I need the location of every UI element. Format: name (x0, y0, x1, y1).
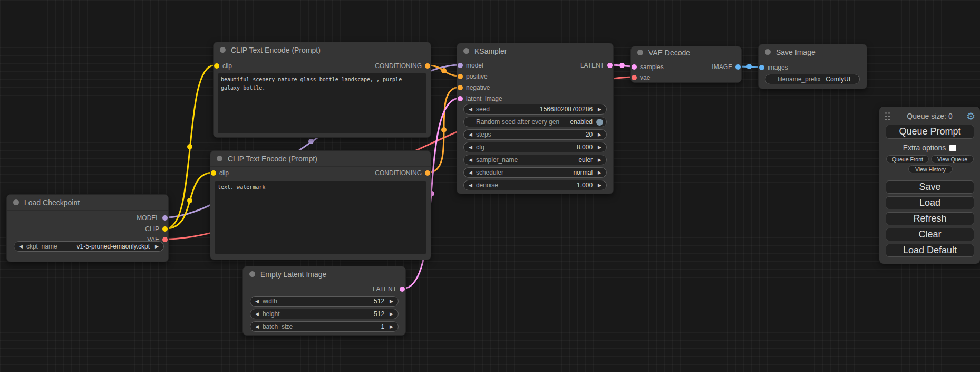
increment-arrow-icon[interactable]: ▶ (598, 132, 601, 137)
seed-widget[interactable]: ◀ seed 156680208700286 ▶ (463, 104, 607, 115)
widget-label: cfg (476, 144, 484, 151)
widget-label: ckpt_name (26, 243, 57, 250)
view-queue-button[interactable]: View Queue (931, 155, 974, 163)
decrement-arrow-icon[interactable]: ◀ (255, 324, 259, 329)
collapse-dot-icon[interactable] (463, 48, 469, 54)
widget-value: 20 (586, 131, 593, 138)
clip-output-label: CLIP (145, 225, 159, 233)
load-button[interactable]: Load (886, 196, 974, 209)
decrement-arrow-icon[interactable]: ◀ (469, 170, 472, 175)
node-title-bar[interactable]: CLIP Text Encode (Prompt) (214, 42, 431, 58)
prompt-textarea[interactable]: text, watermark (215, 181, 426, 254)
collapse-dot-icon[interactable] (220, 47, 226, 53)
node-save-image[interactable]: Save Image images filename_prefix ComfyU… (758, 44, 867, 89)
increment-arrow-icon[interactable]: ▶ (155, 244, 159, 249)
decrement-arrow-icon[interactable]: ◀ (255, 299, 259, 304)
increment-arrow-icon[interactable]: ▶ (390, 299, 393, 304)
images-input-label: images (768, 64, 788, 71)
clip-input-port[interactable] (214, 63, 219, 69)
node-ksampler[interactable]: KSampler model positive negative latent_… (457, 43, 614, 194)
increment-arrow-icon[interactable]: ▶ (598, 157, 601, 163)
clear-button[interactable]: Clear (886, 228, 974, 241)
increment-arrow-icon[interactable]: ▶ (390, 311, 393, 317)
height-widget[interactable]: ◀ height 512 ▶ (250, 309, 399, 319)
latent-image-input-label: latent_image (466, 95, 502, 102)
node-clip-text-encode-positive[interactable]: CLIP Text Encode (Prompt) clip CONDITION… (213, 42, 431, 138)
collapse-dot-icon[interactable] (249, 271, 255, 277)
collapse-dot-icon[interactable] (13, 199, 19, 205)
scheduler-widget[interactable]: ◀ scheduler normal ▶ (463, 167, 607, 178)
clip-input-label: clip (222, 62, 232, 70)
batch-size-widget[interactable]: ◀ batch_size 1 ▶ (250, 321, 399, 332)
decrement-arrow-icon[interactable]: ◀ (469, 132, 472, 137)
decrement-arrow-icon[interactable]: ◀ (469, 183, 472, 188)
clip-input-port[interactable] (211, 170, 216, 176)
positive-input-port[interactable] (458, 74, 463, 79)
node-graph-canvas[interactable]: Load Checkpoint MODEL CLIP VAE ◀ ckpt_na… (0, 0, 980, 372)
sampler-name-widget[interactable]: ◀ sampler_name euler ▶ (463, 155, 607, 165)
node-vae-decode[interactable]: VAE Decode samples vae IMAGE (630, 46, 742, 83)
queue-prompt-button[interactable]: Queue Prompt (886, 125, 974, 139)
decrement-arrow-icon[interactable]: ◀ (469, 107, 472, 112)
random-seed-toggle-widget[interactable]: Random seed after every gen enabled (463, 117, 607, 127)
width-widget[interactable]: ◀ width 512 ▶ (250, 296, 399, 307)
latent-output-port[interactable] (400, 287, 405, 292)
increment-arrow-icon[interactable]: ▶ (598, 183, 601, 188)
cfg-widget[interactable]: ◀ cfg 8.000 ▶ (463, 142, 607, 152)
decrement-arrow-icon[interactable]: ◀ (255, 311, 259, 317)
denoise-widget[interactable]: ◀ denoise 1.000 ▶ (463, 180, 607, 190)
samples-input-port[interactable] (632, 64, 637, 70)
increment-arrow-icon[interactable]: ▶ (598, 170, 601, 175)
model-input-port[interactable] (458, 63, 463, 68)
vae-output-port[interactable] (162, 237, 168, 242)
image-output-label: IMAGE (712, 63, 732, 71)
node-empty-latent-image[interactable]: Empty Latent Image LATENT ◀ width 512 ▶ … (242, 266, 406, 336)
extra-options-checkbox[interactable] (949, 145, 956, 151)
node-title-bar[interactable]: CLIP Text Encode (Prompt) (210, 151, 431, 167)
node-title-bar[interactable]: VAE Decode (631, 46, 741, 59)
decrement-arrow-icon[interactable]: ◀ (19, 244, 23, 249)
increment-arrow-icon[interactable]: ▶ (390, 324, 393, 329)
samples-input-label: samples (640, 63, 664, 71)
node-title-bar[interactable]: KSampler (457, 43, 613, 59)
widget-label: scheduler (476, 169, 503, 176)
increment-arrow-icon[interactable]: ▶ (598, 145, 601, 150)
node-title-bar[interactable]: Empty Latent Image (243, 266, 405, 282)
decrement-arrow-icon[interactable]: ◀ (469, 145, 472, 150)
steps-widget[interactable]: ◀ steps 20 ▶ (463, 129, 607, 140)
decrement-arrow-icon[interactable]: ◀ (469, 157, 472, 163)
conditioning-output-port[interactable] (425, 170, 430, 176)
collapse-dot-icon[interactable] (217, 156, 222, 161)
latent-output-port[interactable] (607, 63, 613, 68)
widget-value: ComfyUI (826, 75, 850, 83)
conditioning-output-port[interactable] (425, 63, 430, 69)
collapse-dot-icon[interactable] (765, 49, 771, 55)
widget-value: 512 (374, 298, 384, 305)
queue-front-button[interactable]: Queue Front (886, 155, 929, 163)
prompt-textarea[interactable]: beautiful scenery nature glass bottle la… (218, 73, 426, 133)
node-clip-text-encode-negative[interactable]: CLIP Text Encode (Prompt) clip CONDITION… (210, 150, 431, 260)
model-output-port[interactable] (162, 215, 168, 221)
ckpt-name-widget[interactable]: ◀ ckpt_name v1-5-pruned-emaonly.ckpt ▶ (14, 241, 164, 252)
node-title-bar[interactable]: Save Image (759, 44, 867, 60)
collapse-dot-icon[interactable] (637, 50, 643, 55)
images-input-port[interactable] (759, 65, 764, 70)
node-title-bar[interactable]: Load Checkpoint (7, 195, 168, 211)
save-button[interactable]: Save (886, 180, 974, 194)
image-output-port[interactable] (735, 64, 741, 70)
node-load-checkpoint[interactable]: Load Checkpoint MODEL CLIP VAE ◀ ckpt_na… (6, 194, 169, 262)
vae-input-port[interactable] (632, 75, 637, 80)
settings-gear-icon[interactable]: ⚙ (966, 110, 975, 122)
increment-arrow-icon[interactable]: ▶ (598, 107, 601, 112)
widget-label: seed (476, 106, 490, 113)
negative-input-port[interactable] (458, 85, 463, 90)
latent-image-input-port[interactable] (458, 96, 463, 101)
load-default-button[interactable]: Load Default (886, 244, 974, 257)
clip-output-port[interactable] (162, 226, 168, 232)
drag-handle-icon[interactable] (885, 112, 890, 123)
view-history-button[interactable]: View History (908, 165, 953, 173)
refresh-button[interactable]: Refresh (886, 212, 974, 225)
toggle-knob-icon[interactable] (596, 119, 603, 126)
widget-value: 8.000 (577, 144, 593, 151)
filename-prefix-widget[interactable]: filename_prefix ComfyUI (765, 74, 860, 84)
